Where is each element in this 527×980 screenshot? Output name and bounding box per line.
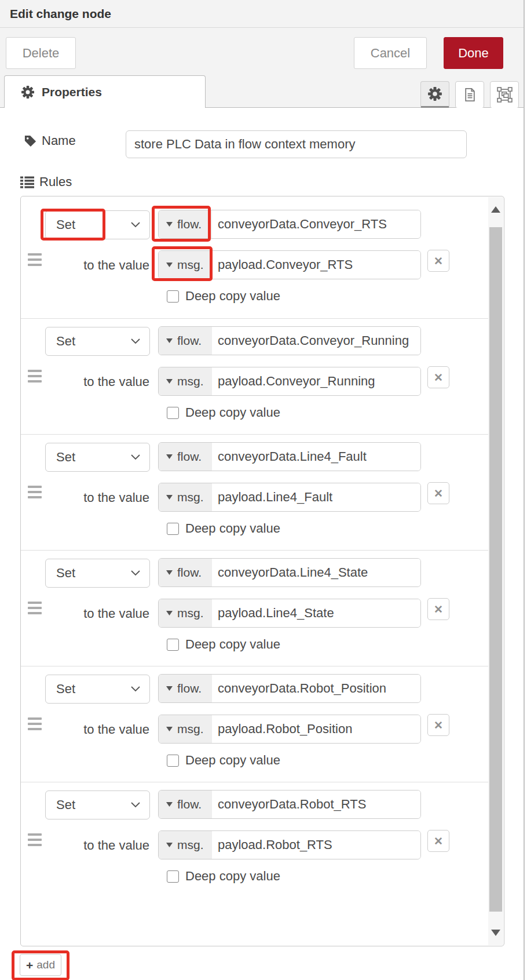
deep-copy-checkbox[interactable] bbox=[167, 755, 179, 767]
node-description-button[interactable] bbox=[455, 81, 484, 108]
done-button[interactable]: Done bbox=[444, 37, 503, 69]
deep-copy-label: Deep copy value bbox=[185, 289, 280, 304]
rule-target-typed-input: flow. bbox=[158, 326, 421, 355]
value-type-button[interactable]: msg. bbox=[159, 483, 212, 511]
name-input[interactable] bbox=[126, 130, 467, 158]
rule-target-typed-input: flow. bbox=[158, 442, 421, 471]
caret-down-icon bbox=[166, 802, 173, 807]
to-the-value-label: to the value bbox=[57, 258, 149, 273]
delete-button[interactable]: Delete bbox=[6, 37, 76, 69]
rule-value-input[interactable] bbox=[212, 831, 420, 859]
to-the-value-label: to the value bbox=[57, 490, 149, 505]
target-type-button[interactable]: flow. bbox=[159, 327, 212, 355]
deep-copy-label: Deep copy value bbox=[185, 521, 280, 536]
rule-value-input[interactable] bbox=[212, 715, 420, 743]
gear-icon bbox=[427, 86, 442, 101]
deep-copy-checkbox[interactable] bbox=[167, 523, 179, 535]
delete-rule-button[interactable]: ✕ bbox=[427, 714, 449, 736]
rule-value-input[interactable] bbox=[212, 483, 420, 511]
rule-target-input[interactable] bbox=[212, 210, 420, 238]
rule-action-select[interactable]: Set bbox=[45, 675, 150, 704]
rules-scrollbar bbox=[488, 197, 503, 945]
rule-row: Set flow. to the value bbox=[21, 550, 488, 666]
rules-container: Set flow. to the value bbox=[20, 196, 504, 946]
deep-copy-row: Deep copy value bbox=[167, 289, 280, 304]
delete-rule-button[interactable]: ✕ bbox=[427, 250, 449, 272]
tab-properties[interactable]: Properties bbox=[4, 75, 206, 108]
value-type-button[interactable]: msg. bbox=[159, 251, 212, 279]
x-icon: ✕ bbox=[434, 371, 443, 384]
caret-down-icon bbox=[166, 570, 173, 575]
rule-action-select[interactable]: Set bbox=[45, 559, 150, 588]
scrollbar-thumb[interactable] bbox=[489, 227, 502, 916]
drag-handle-icon[interactable] bbox=[28, 486, 42, 498]
rule-target-input[interactable] bbox=[212, 790, 420, 818]
rule-value-input[interactable] bbox=[212, 251, 420, 279]
drag-handle-icon[interactable] bbox=[28, 253, 42, 266]
rule-target-typed-input: flow. bbox=[158, 558, 421, 587]
rule-row: Set flow. to the value bbox=[21, 318, 488, 434]
deep-copy-checkbox[interactable] bbox=[167, 407, 179, 419]
rule-value-input[interactable] bbox=[212, 599, 420, 627]
appearance-icon bbox=[496, 86, 513, 103]
rule-target-input[interactable] bbox=[212, 443, 420, 471]
chevron-down-icon bbox=[131, 686, 140, 692]
rule-value-typed-input: msg. bbox=[158, 599, 421, 628]
rule-value-input[interactable] bbox=[212, 367, 420, 395]
rule-action-select[interactable]: Set bbox=[45, 210, 150, 239]
deep-copy-row: Deep copy value bbox=[167, 405, 280, 420]
rule-value-typed-input: msg. bbox=[158, 830, 421, 859]
scroll-down-arrow[interactable] bbox=[488, 912, 503, 945]
target-type-button[interactable]: flow. bbox=[159, 790, 212, 818]
dialog-header: Edit change node bbox=[0, 0, 524, 28]
value-type-button[interactable]: msg. bbox=[159, 715, 212, 743]
delete-rule-button[interactable]: ✕ bbox=[427, 482, 449, 504]
add-rule-button[interactable]: + add bbox=[20, 954, 61, 976]
name-label: Name bbox=[24, 133, 76, 148]
target-type-button[interactable]: flow. bbox=[159, 675, 212, 702]
caret-down-icon bbox=[166, 222, 173, 227]
deep-copy-checkbox[interactable] bbox=[167, 870, 179, 883]
drag-handle-icon[interactable] bbox=[28, 370, 42, 382]
x-icon: ✕ bbox=[434, 487, 443, 500]
to-the-value-label: to the value bbox=[57, 722, 149, 737]
caret-down-icon bbox=[166, 454, 173, 459]
rule-row: Set flow. to the value bbox=[21, 434, 488, 550]
deep-copy-checkbox[interactable] bbox=[167, 290, 179, 303]
cancel-button[interactable]: Cancel bbox=[354, 37, 427, 69]
deep-copy-row: Deep copy value bbox=[167, 753, 280, 768]
value-type-button[interactable]: msg. bbox=[159, 599, 212, 627]
drag-handle-icon[interactable] bbox=[28, 602, 42, 614]
rule-action-select[interactable]: Set bbox=[45, 443, 150, 472]
deep-copy-row: Deep copy value bbox=[167, 869, 280, 884]
caret-down-icon bbox=[166, 843, 173, 847]
value-type-button[interactable]: msg. bbox=[159, 367, 212, 395]
deep-copy-label: Deep copy value bbox=[185, 753, 280, 768]
rules-label: Rules bbox=[20, 174, 72, 190]
to-the-value-label: to the value bbox=[57, 374, 149, 389]
rule-action-select[interactable]: Set bbox=[45, 790, 150, 819]
target-type-button[interactable]: flow. bbox=[159, 559, 212, 586]
delete-rule-button[interactable]: ✕ bbox=[427, 366, 449, 388]
node-properties-button[interactable] bbox=[420, 81, 449, 108]
rule-action-select[interactable]: Set bbox=[45, 327, 150, 356]
drag-handle-icon[interactable] bbox=[28, 717, 42, 730]
target-type-button[interactable]: flow. bbox=[159, 443, 212, 471]
node-appearance-button[interactable] bbox=[490, 81, 519, 108]
value-type-button[interactable]: msg. bbox=[159, 831, 212, 859]
properties-panel: Name Rules Set bbox=[0, 108, 524, 980]
scroll-up-arrow[interactable] bbox=[488, 197, 503, 227]
delete-rule-button[interactable]: ✕ bbox=[427, 598, 449, 620]
delete-rule-button[interactable]: ✕ bbox=[427, 830, 449, 852]
caret-down-icon bbox=[166, 686, 173, 691]
rule-target-input[interactable] bbox=[212, 327, 420, 355]
target-type-button[interactable]: flow. bbox=[159, 210, 212, 238]
deep-copy-label: Deep copy value bbox=[185, 637, 280, 652]
tab-properties-label: Properties bbox=[42, 85, 102, 99]
drag-handle-icon[interactable] bbox=[28, 833, 42, 846]
to-the-value-label: to the value bbox=[57, 606, 149, 621]
rule-target-input[interactable] bbox=[212, 675, 420, 702]
deep-copy-checkbox[interactable] bbox=[167, 639, 179, 651]
rule-target-input[interactable] bbox=[212, 559, 420, 586]
editor-tab-bar: Properties bbox=[0, 76, 524, 108]
